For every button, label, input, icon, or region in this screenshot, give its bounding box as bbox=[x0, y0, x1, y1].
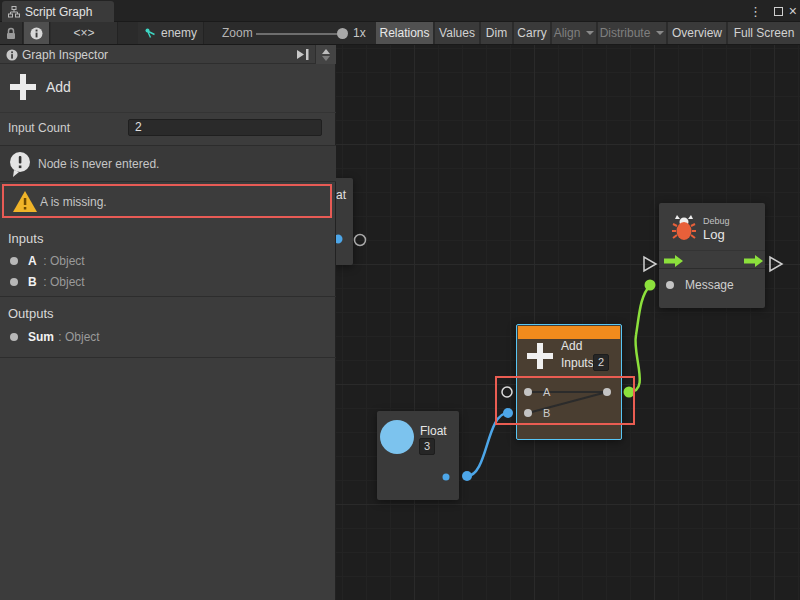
wire-end-dot-b[interactable] bbox=[503, 408, 513, 418]
value-wire-float-to-b[interactable] bbox=[467, 413, 508, 476]
input-port-row-b: B : Object bbox=[0, 273, 336, 291]
zoom-value: 1x bbox=[353, 22, 366, 44]
relations-label: Relations bbox=[379, 26, 429, 40]
toolbar: <×> enemy Zoom 1x Relations Values Dim C… bbox=[0, 22, 800, 45]
port-name: B bbox=[28, 275, 37, 289]
input-count-row: Input Count 2 bbox=[0, 119, 336, 137]
distribute-label: Distribute bbox=[600, 26, 651, 40]
port-type: : Object bbox=[55, 330, 100, 344]
float-value-badge[interactable]: 3 bbox=[419, 438, 435, 455]
port-separator: : bbox=[55, 330, 65, 344]
info-message-box: Node is never entered. bbox=[0, 145, 336, 182]
input-count-label: Input Count bbox=[8, 121, 70, 135]
debug-node-ports bbox=[659, 203, 765, 308]
add-node-selected[interactable]: Add Inputs 2 A B bbox=[516, 324, 622, 440]
graph-name-label: enemy bbox=[161, 26, 197, 40]
code-icon: <×> bbox=[73, 26, 94, 40]
output-port-sum[interactable] bbox=[603, 388, 611, 396]
overview-label: Overview bbox=[672, 26, 722, 40]
carry-label: Carry bbox=[517, 26, 546, 40]
zoom-slider-track[interactable] bbox=[256, 33, 344, 35]
selected-node-title: Add bbox=[46, 79, 71, 95]
zoom-slider-handle[interactable] bbox=[337, 28, 348, 39]
message-port[interactable] bbox=[666, 281, 674, 289]
speech-bubble-exclamation-icon bbox=[8, 151, 35, 178]
relations-button[interactable]: Relations bbox=[376, 22, 433, 44]
graph-tab-icon bbox=[8, 6, 20, 18]
input-port-b[interactable] bbox=[524, 409, 532, 417]
inspector-toggle-button[interactable] bbox=[24, 22, 50, 44]
input-count-field[interactable]: 2 bbox=[128, 119, 322, 136]
port-dot-icon bbox=[10, 257, 18, 265]
dim-button[interactable]: Dim bbox=[481, 22, 512, 44]
carry-button[interactable]: Carry bbox=[514, 22, 550, 44]
wire-start-dot[interactable] bbox=[462, 471, 472, 481]
missing-connection-circle-a[interactable] bbox=[502, 387, 512, 397]
add-node-subtitle: Inputs bbox=[561, 356, 594, 370]
info-icon bbox=[30, 27, 43, 40]
window-menu-button[interactable]: ⋮ bbox=[749, 0, 762, 22]
inspector-header: Graph Inspector bbox=[0, 45, 336, 64]
graph-reference-button[interactable]: enemy bbox=[138, 22, 204, 44]
add-icon bbox=[527, 343, 553, 369]
flow-exit-triangle-icon bbox=[770, 257, 782, 271]
tab-title: Script Graph bbox=[25, 5, 92, 19]
info-message: Node is never entered. bbox=[38, 157, 159, 171]
chevron-down-icon bbox=[656, 31, 664, 35]
dim-label: Dim bbox=[486, 26, 507, 40]
port-label-b: B bbox=[543, 407, 550, 419]
add-input-count-badge[interactable]: 2 bbox=[593, 354, 609, 371]
wire-end-dot-debug[interactable] bbox=[645, 280, 656, 291]
port-separator: : bbox=[40, 275, 50, 289]
maximize-icon bbox=[774, 7, 783, 16]
overview-button[interactable]: Overview bbox=[668, 22, 726, 44]
warning-message-box: A is missing. bbox=[2, 184, 332, 218]
output-port-row-sum: Sum : Object bbox=[0, 328, 336, 346]
port-dot-icon bbox=[10, 333, 18, 341]
chevron-down-icon bbox=[586, 31, 594, 35]
menu-dots-icon: ⋮ bbox=[749, 4, 762, 19]
section-divider bbox=[0, 296, 336, 297]
float-value-icon bbox=[380, 420, 414, 454]
flow-in-arrow-icon[interactable] bbox=[664, 255, 683, 267]
spin-up-icon bbox=[322, 49, 330, 54]
selected-node-header: Add bbox=[0, 64, 336, 113]
wire-start-dot-sum[interactable] bbox=[624, 387, 635, 398]
graph-reference-icon bbox=[144, 27, 157, 40]
float-node[interactable]: Float 3 bbox=[377, 411, 459, 500]
section-divider bbox=[0, 357, 336, 358]
inspector-title: Graph Inspector bbox=[22, 48, 108, 62]
values-button[interactable]: Values bbox=[435, 22, 479, 44]
warning-message: A is missing. bbox=[40, 195, 107, 209]
graph-canvas[interactable]: at Float 3 Add Inputs 2 A B bbox=[336, 45, 800, 600]
panel-spinner[interactable] bbox=[315, 45, 336, 64]
edit-script-button[interactable]: <×> bbox=[51, 22, 118, 44]
flow-wire-add-to-debug[interactable] bbox=[629, 286, 650, 392]
debug-log-node[interactable]: Debug Log Message bbox=[659, 203, 765, 308]
fullscreen-label: Full Screen bbox=[734, 26, 795, 40]
distribute-dropdown[interactable]: Distribute bbox=[598, 22, 666, 44]
partial-float-node[interactable]: at bbox=[336, 178, 353, 265]
tab-script-graph[interactable]: Script Graph bbox=[2, 1, 114, 22]
dock-panel-icon[interactable] bbox=[296, 48, 310, 61]
empty-connection-circle[interactable] bbox=[355, 235, 366, 246]
maximize-button[interactable] bbox=[774, 0, 783, 22]
lock-icon bbox=[5, 27, 17, 40]
flow-out-arrow-icon[interactable] bbox=[744, 255, 763, 267]
port-dot-icon bbox=[10, 278, 18, 286]
values-label: Values bbox=[439, 26, 475, 40]
port-type: : Object bbox=[40, 254, 85, 268]
port-type: : Object bbox=[40, 275, 85, 289]
input-port-a[interactable] bbox=[524, 388, 532, 396]
port-name: Sum bbox=[28, 330, 54, 344]
lock-button[interactable] bbox=[0, 22, 23, 44]
port-type-name: Object bbox=[50, 254, 85, 268]
close-button[interactable]: × bbox=[789, 0, 797, 22]
close-icon: × bbox=[789, 0, 797, 22]
titlebar: Script Graph ⋮ × bbox=[0, 0, 800, 22]
flow-entry-triangle-icon bbox=[644, 257, 656, 271]
align-dropdown[interactable]: Align bbox=[552, 22, 596, 44]
port-separator: : bbox=[40, 254, 50, 268]
fullscreen-button[interactable]: Full Screen bbox=[728, 22, 800, 44]
add-node-icon bbox=[10, 74, 36, 100]
